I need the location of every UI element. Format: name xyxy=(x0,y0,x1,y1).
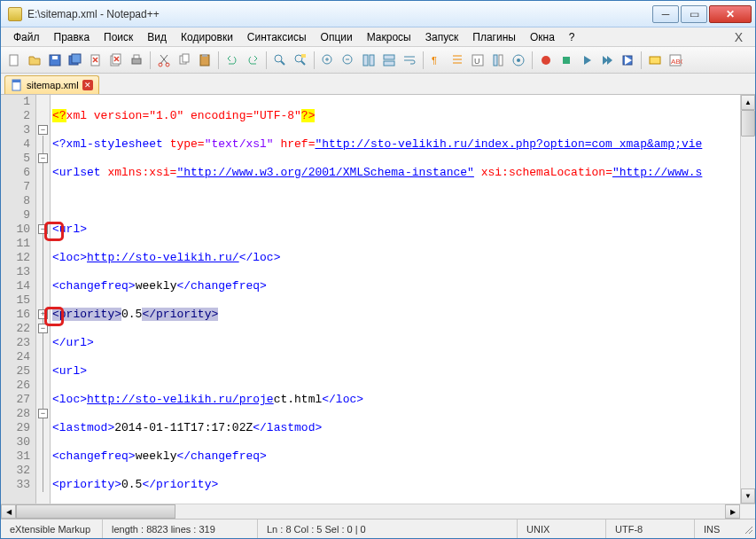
code-editor[interactable]: <?xml version="1.0" encoding="UTF-8"?> <… xyxy=(51,95,740,504)
svg-rect-2 xyxy=(52,56,58,59)
toolbar: ¶ U ABC xyxy=(1,47,755,74)
fold-gutter[interactable]: − − − + − − xyxy=(36,95,51,504)
status-encoding[interactable]: UTF-8 xyxy=(606,519,695,538)
status-language: eXtensible Markup xyxy=(1,519,103,538)
func-list-button[interactable] xyxy=(509,51,528,70)
paste-button[interactable] xyxy=(195,51,214,70)
file-icon xyxy=(11,79,23,91)
fold-highlight-1 xyxy=(44,222,64,241)
zoom-in-button[interactable] xyxy=(318,51,338,70)
menu-bar: Файл Правка Поиск Вид Кодировки Синтакси… xyxy=(1,27,755,47)
save-all-button[interactable] xyxy=(66,51,85,70)
scroll-corner xyxy=(740,504,755,519)
menu-search[interactable]: Поиск xyxy=(97,29,140,45)
scroll-thumb[interactable] xyxy=(741,110,755,137)
menu-plugins[interactable]: Плагины xyxy=(465,29,523,45)
show-all-chars-button[interactable]: ¶ xyxy=(427,51,447,70)
fold-toggle[interactable]: − xyxy=(38,153,48,163)
cut-button[interactable] xyxy=(154,51,174,70)
fold-toggle[interactable]: − xyxy=(38,409,48,418)
horizontal-scrollbar[interactable]: ◀ ▶ xyxy=(1,504,755,519)
svg-rect-8 xyxy=(132,59,141,64)
menu-options[interactable]: Опции xyxy=(314,29,360,45)
sync-h-button[interactable] xyxy=(379,51,399,70)
fold-highlight-2 xyxy=(44,307,64,326)
copy-button[interactable] xyxy=(175,51,194,70)
scroll-up-icon[interactable]: ▲ xyxy=(741,95,755,110)
menu-macros[interactable]: Макросы xyxy=(360,29,418,45)
fold-toggle[interactable]: − xyxy=(38,125,48,135)
maximize-button[interactable]: ▭ xyxy=(681,5,707,23)
tab-close-icon[interactable]: ✕ xyxy=(82,80,93,90)
svg-rect-39 xyxy=(12,80,20,82)
svg-point-32 xyxy=(542,56,550,65)
menu-encoding[interactable]: Кодировки xyxy=(174,29,240,45)
minimize-button[interactable]: ─ xyxy=(652,5,679,23)
menu-file[interactable]: Файл xyxy=(6,29,47,45)
doc-map-button[interactable] xyxy=(488,51,508,70)
menu-run[interactable]: Запуск xyxy=(418,29,466,45)
status-eol[interactable]: UNIX xyxy=(518,519,606,538)
close-button[interactable]: ✕ xyxy=(709,5,752,23)
close-all-button[interactable] xyxy=(106,51,126,70)
close-file-button[interactable] xyxy=(86,51,105,70)
svg-rect-22 xyxy=(370,55,374,66)
svg-text:¶: ¶ xyxy=(432,55,437,66)
record-macro-button[interactable] xyxy=(536,51,556,70)
print-button[interactable] xyxy=(127,51,146,70)
mdi-close-icon[interactable]: X xyxy=(728,28,750,46)
wordwrap-button[interactable] xyxy=(400,51,419,70)
open-file-button[interactable] xyxy=(25,51,44,70)
tab-label: sitemap.xml xyxy=(27,80,79,90)
menu-syntax[interactable]: Синтаксисы xyxy=(240,29,314,45)
vertical-scrollbar[interactable]: ▲ ▼ xyxy=(740,95,755,504)
status-length: length : 8823 lines : 319 xyxy=(103,519,258,538)
scroll-right-icon[interactable]: ▶ xyxy=(725,504,740,519)
status-position: Ln : 8 Col : 5 Sel : 0 | 0 xyxy=(258,519,518,538)
play-macro-button[interactable] xyxy=(577,51,596,70)
toolbar-extra-2[interactable]: ABC xyxy=(666,51,685,70)
save-macro-button[interactable] xyxy=(618,51,637,70)
resize-grip-icon[interactable] xyxy=(739,522,755,536)
new-file-button[interactable] xyxy=(4,51,24,70)
indent-guide-button[interactable] xyxy=(448,51,467,70)
menu-help[interactable]: ? xyxy=(562,29,582,45)
hscroll-thumb[interactable] xyxy=(16,504,175,519)
svg-rect-0 xyxy=(10,55,18,66)
status-ins[interactable]: INS xyxy=(695,519,739,538)
svg-rect-15 xyxy=(202,54,207,57)
zoom-out-button[interactable] xyxy=(339,51,358,70)
tab-sitemap[interactable]: sitemap.xml ✕ xyxy=(4,75,99,94)
undo-button[interactable] xyxy=(222,51,242,70)
title-bar: E:\sitemap.xml - Notepad++ ─ ▭ ✕ xyxy=(1,1,755,27)
line-number-gutter: 1 2 3 4 5 6 7 8 9 10 11 12 13 14 15 16 2… xyxy=(1,95,36,504)
play-multi-button[interactable] xyxy=(597,51,617,70)
replace-button[interactable] xyxy=(291,51,310,70)
svg-rect-29 xyxy=(499,55,503,66)
svg-rect-24 xyxy=(384,61,394,66)
toolbar-extra-1[interactable] xyxy=(645,51,665,70)
app-window: E:\sitemap.xml - Notepad++ ─ ▭ ✕ Файл Пр… xyxy=(0,0,756,539)
svg-point-16 xyxy=(275,55,282,62)
svg-text:U: U xyxy=(474,57,480,66)
svg-rect-18 xyxy=(301,54,306,58)
menu-edit[interactable]: Правка xyxy=(47,29,97,45)
find-button[interactable] xyxy=(270,51,290,70)
menu-windows[interactable]: Окна xyxy=(523,29,562,45)
svg-rect-35 xyxy=(650,57,660,64)
svg-rect-21 xyxy=(363,55,368,66)
svg-point-31 xyxy=(517,59,520,62)
editor-area: 1 2 3 4 5 6 7 8 9 10 11 12 13 14 15 16 2… xyxy=(1,95,755,504)
scroll-down-icon[interactable]: ▼ xyxy=(741,488,755,504)
save-button[interactable] xyxy=(45,51,65,70)
window-title: E:\sitemap.xml - Notepad++ xyxy=(27,8,651,20)
scroll-left-icon[interactable]: ◀ xyxy=(1,504,16,519)
redo-button[interactable] xyxy=(243,51,262,70)
sync-v-button[interactable] xyxy=(359,51,378,70)
tab-bar: sitemap.xml ✕ xyxy=(1,74,755,95)
stop-macro-button[interactable] xyxy=(557,51,576,70)
svg-rect-13 xyxy=(183,54,189,62)
svg-rect-28 xyxy=(494,55,497,66)
user-lang-button[interactable]: U xyxy=(468,51,487,70)
menu-view[interactable]: Вид xyxy=(140,29,174,45)
